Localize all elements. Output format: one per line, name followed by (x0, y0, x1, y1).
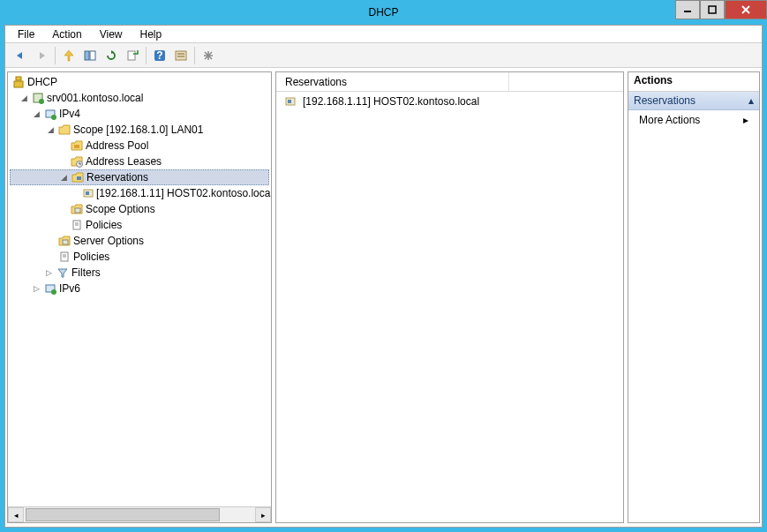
toolbar: ? (5, 43, 762, 68)
actions-panel: Actions Reservations ▴ More Actions ▸ (628, 71, 760, 523)
window-buttons (675, 0, 767, 19)
scroll-track[interactable] (24, 507, 255, 522)
reservations-icon (71, 170, 85, 184)
tree-scope[interactable]: ◢ Scope [192.168.1.0] LAN01 (10, 122, 269, 138)
svg-rect-4 (85, 51, 89, 60)
export-button[interactable] (123, 46, 142, 65)
list-body: [192.168.1.11] HOST02.kontoso.local (276, 92, 623, 111)
properties-button[interactable] (171, 46, 191, 65)
menu-help[interactable]: Help (133, 26, 169, 42)
tree-address-leases[interactable]: Address Leases (10, 154, 269, 169)
tree-ipv6[interactable]: ▷ IPv6 (10, 281, 269, 296)
window-title: DHCP (368, 6, 398, 19)
svg-point-38 (51, 289, 56, 295)
refresh-button[interactable] (102, 46, 121, 65)
tree-server-policies[interactable]: Policies (10, 249, 269, 265)
tree-ipv4[interactable]: ◢ IPv4 (10, 106, 269, 122)
server-icon (31, 91, 45, 105)
filters-icon (56, 266, 70, 280)
list-panel: Reservations [192.168.1.11] HOST02.konto… (275, 71, 624, 523)
tree-label: srv001.kontoso.local (47, 92, 143, 104)
tree-server-options[interactable]: Server Options (10, 233, 269, 249)
ipv6-icon (43, 281, 57, 296)
folder-icon (57, 123, 71, 137)
svg-rect-26 (77, 176, 81, 180)
minimize-button[interactable] (675, 0, 700, 19)
svg-rect-5 (90, 51, 95, 60)
dhcp-icon (11, 75, 26, 89)
main-area: DHCP ◢ srv001.kontoso.local ◢ IPv4 ◢ Sco… (5, 68, 762, 527)
collapse-icon[interactable]: ◢ (19, 93, 29, 103)
show-hide-tree-button[interactable] (80, 46, 100, 65)
menu-action[interactable]: Action (45, 26, 88, 42)
tree-label: Scope Options (86, 203, 155, 215)
close-button[interactable] (725, 0, 767, 19)
list-header[interactable]: Reservations (276, 72, 623, 92)
tree-reservations[interactable]: ◢ Reservations (10, 169, 269, 185)
scope-tree[interactable]: DHCP ◢ srv001.kontoso.local ◢ IPv4 ◢ Sco… (8, 72, 271, 506)
scroll-left-button[interactable]: ◂ (8, 507, 24, 522)
actions-section[interactable]: Reservations ▴ (628, 92, 759, 110)
svg-rect-16 (16, 77, 21, 80)
policies-icon (70, 218, 84, 232)
toolbar-separator (194, 47, 195, 64)
up-button[interactable] (59, 46, 79, 65)
help-button[interactable]: ? (150, 46, 169, 65)
menubar: File Action View Help (5, 26, 762, 43)
svg-rect-1 (709, 6, 716, 13)
tree-panel: DHCP ◢ srv001.kontoso.local ◢ IPv4 ◢ Sco… (7, 71, 272, 523)
tree-label: [192.168.1.11] HOST02.kontoso.local (96, 187, 271, 199)
tree-label: Policies (73, 251, 109, 263)
collapse-icon[interactable]: ◢ (31, 109, 41, 119)
tree-root[interactable]: DHCP (10, 74, 269, 90)
scroll-right-button[interactable]: ▸ (255, 507, 271, 522)
tree-label: Address Leases (86, 155, 162, 168)
collapse-icon[interactable]: ◢ (58, 172, 69, 183)
address-pool-icon (70, 139, 84, 153)
tree-policies[interactable]: Policies (10, 217, 269, 233)
server-options-icon (57, 234, 71, 248)
maximize-button[interactable] (700, 0, 725, 19)
svg-rect-40 (288, 100, 291, 103)
scroll-thumb[interactable] (26, 508, 220, 521)
toolbar-separator (146, 47, 147, 64)
list-item-label: [192.168.1.11] HOST02.kontoso.local (303, 95, 479, 108)
horizontal-scrollbar[interactable]: ◂ ▸ (8, 506, 271, 522)
chevron-right-icon: ▸ (743, 114, 748, 126)
list-item[interactable]: [192.168.1.11] HOST02.kontoso.local (278, 94, 621, 109)
tree-address-pool[interactable]: Address Pool (10, 138, 269, 154)
actions-section-label: Reservations (634, 94, 696, 107)
tree-label: Address Pool (86, 139, 148, 152)
svg-point-19 (39, 99, 44, 104)
menu-file[interactable]: File (11, 26, 41, 42)
new-item-button[interactable] (199, 46, 218, 65)
tree-reservation-item[interactable]: [192.168.1.11] HOST02.kontoso.local (10, 185, 269, 201)
toolbar-separator (55, 47, 56, 64)
policies-icon (57, 250, 71, 264)
collapse-icon[interactable]: ◢ (45, 124, 56, 135)
column-header[interactable]: Reservations (280, 72, 509, 91)
expand-icon[interactable]: ▷ (43, 267, 54, 278)
tree-server[interactable]: ◢ srv001.kontoso.local (10, 90, 269, 106)
ipv4-icon (43, 107, 57, 121)
expand-icon[interactable]: ▷ (31, 283, 41, 294)
address-leases-icon (70, 154, 84, 169)
tree-label: Server Options (73, 235, 144, 247)
tree-filters[interactable]: ▷ Filters (10, 265, 269, 281)
forward-button[interactable] (32, 46, 51, 65)
tree-scope-options[interactable]: Scope Options (10, 201, 269, 217)
tree-label: Scope [192.168.1.0] LAN01 (73, 124, 203, 136)
tree-label: IPv6 (59, 282, 80, 295)
svg-rect-29 (75, 208, 80, 213)
svg-rect-33 (63, 240, 68, 244)
actions-header: Actions (628, 72, 759, 92)
svg-point-21 (51, 115, 56, 120)
actions-more-label: More Actions (639, 114, 700, 126)
actions-more[interactable]: More Actions ▸ (628, 110, 759, 130)
menu-view[interactable]: View (93, 26, 130, 42)
collapse-icon[interactable]: ▴ (748, 94, 754, 107)
tree-label: Filters (71, 266, 101, 279)
titlebar: DHCP (0, 0, 767, 25)
back-button[interactable] (11, 46, 30, 65)
reservation-item-icon (283, 94, 297, 109)
